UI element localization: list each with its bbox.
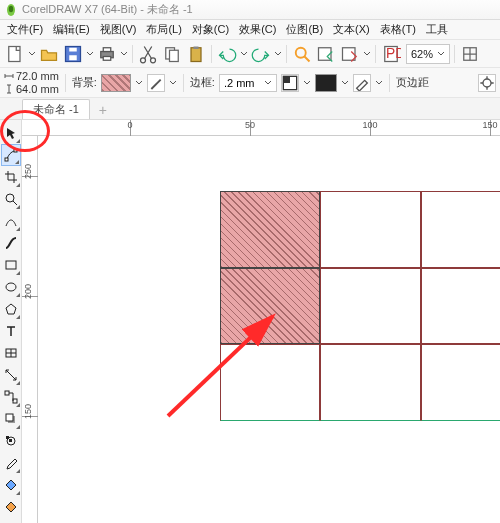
print-dropdown-icon[interactable] — [120, 43, 128, 65]
ruler-tick-label: 100 — [362, 120, 377, 130]
drop-shadow-tool[interactable] — [1, 408, 21, 430]
table-cell-selected[interactable] — [220, 191, 320, 268]
horizontal-ruler[interactable]: 0 50 100 150 — [22, 120, 500, 136]
table-cell[interactable] — [320, 191, 420, 268]
svg-rect-33 — [6, 414, 13, 421]
border-color-dropdown-icon[interactable] — [341, 72, 349, 94]
table-cell-selected[interactable] — [220, 268, 320, 345]
document-tab-strip: 未命名 -1 + — [0, 98, 500, 120]
background-dropdown-icon[interactable] — [135, 72, 143, 94]
zoom-level-combo[interactable]: 62% — [406, 44, 450, 64]
artistic-media-tool[interactable] — [1, 232, 21, 254]
new-document-tab-button[interactable]: + — [94, 101, 112, 119]
object-size: 72.0 mm 64.0 mm — [4, 70, 59, 95]
open-button[interactable] — [38, 43, 60, 65]
menu-edit[interactable]: 编辑(E) — [48, 20, 95, 39]
options-button[interactable] — [478, 74, 496, 92]
table-cell[interactable] — [320, 344, 420, 421]
text-tool[interactable] — [1, 320, 21, 342]
new-button[interactable] — [4, 43, 26, 65]
transparency-tool[interactable] — [1, 430, 21, 452]
crop-tool[interactable] — [1, 166, 21, 188]
zoom-tool[interactable] — [1, 188, 21, 210]
vertical-ruler[interactable]: 250 200 150 — [22, 136, 38, 523]
menu-object[interactable]: 对象(C) — [187, 20, 234, 39]
table-object[interactable] — [220, 191, 500, 421]
menu-view[interactable]: 视图(V) — [95, 20, 142, 39]
undo-button[interactable] — [216, 43, 238, 65]
menu-bitmap[interactable]: 位图(B) — [281, 20, 328, 39]
polygon-tool[interactable] — [1, 298, 21, 320]
border-selection-button[interactable] — [281, 74, 299, 92]
pick-tool[interactable] — [1, 122, 21, 144]
svg-rect-4 — [69, 55, 77, 60]
dimension-tool[interactable] — [1, 364, 21, 386]
table-cell[interactable] — [421, 268, 500, 345]
table-tool[interactable] — [1, 342, 21, 364]
freehand-tool[interactable] — [1, 210, 21, 232]
connector-tool[interactable] — [1, 386, 21, 408]
undo-dropdown-icon[interactable] — [240, 43, 248, 65]
menu-bar: 文件(F) 编辑(E) 视图(V) 布局(L) 对象(C) 效果(C) 位图(B… — [0, 20, 500, 40]
table-cell[interactable] — [421, 191, 500, 268]
snap-button[interactable] — [459, 43, 481, 65]
menu-effect[interactable]: 效果(C) — [234, 20, 281, 39]
rectangle-tool[interactable] — [1, 254, 21, 276]
background-edit-dropdown-icon[interactable] — [169, 72, 177, 94]
toolbar-separator — [132, 45, 133, 63]
ruler-tick-label: 0 — [127, 120, 132, 130]
border-pen-dropdown-icon[interactable] — [375, 72, 383, 94]
import-button[interactable] — [315, 43, 337, 65]
propbar-separator — [389, 74, 390, 92]
export-dropdown-icon[interactable] — [363, 43, 371, 65]
svg-point-1 — [9, 5, 13, 11]
object-height[interactable]: 64.0 mm — [16, 83, 59, 95]
table-cell[interactable] — [320, 268, 420, 345]
svg-point-28 — [6, 283, 16, 291]
menu-text[interactable]: 文本(X) — [328, 20, 375, 39]
copy-button[interactable] — [161, 43, 183, 65]
svg-rect-8 — [103, 56, 111, 60]
border-selection-dropdown-icon[interactable] — [303, 72, 311, 94]
svg-point-23 — [483, 79, 491, 87]
ellipse-tool[interactable] — [1, 276, 21, 298]
ruler-tick-label: 150 — [482, 120, 497, 130]
search-button[interactable] — [291, 43, 313, 65]
menu-file[interactable]: 文件(F) — [2, 20, 48, 39]
drawing-canvas[interactable] — [38, 136, 500, 523]
cut-button[interactable] — [137, 43, 159, 65]
table-cell[interactable] — [421, 344, 500, 421]
new-dropdown-icon[interactable] — [28, 43, 36, 65]
shape-tool[interactable] — [1, 144, 21, 166]
toolbar-separator — [286, 45, 287, 63]
menu-layout[interactable]: 布局(L) — [141, 20, 186, 39]
background-swatch[interactable] — [101, 74, 131, 92]
eyedropper-tool[interactable] — [1, 452, 21, 474]
interactive-fill-tool[interactable] — [1, 474, 21, 496]
save-button[interactable] — [62, 43, 84, 65]
menu-tools[interactable]: 工具 — [421, 20, 453, 39]
border-width-value: .2 mm — [224, 77, 255, 89]
publish-pdf-button[interactable]: PDF — [380, 43, 402, 65]
export-button[interactable] — [339, 43, 361, 65]
redo-button[interactable] — [250, 43, 272, 65]
background-edit-button[interactable] — [147, 74, 165, 92]
page-margin-label: 页边距 — [396, 75, 429, 90]
chevron-down-icon — [264, 77, 272, 89]
border-width-combo[interactable]: .2 mm — [219, 74, 277, 92]
table-cell[interactable] — [220, 344, 320, 421]
object-width[interactable]: 72.0 mm — [16, 70, 59, 82]
border-pen-button[interactable] — [353, 74, 371, 92]
svg-rect-35 — [9, 439, 12, 442]
document-tab[interactable]: 未命名 -1 — [22, 99, 90, 119]
save-dropdown-icon[interactable] — [86, 43, 94, 65]
paste-button[interactable] — [185, 43, 207, 65]
print-button[interactable] — [96, 43, 118, 65]
menu-table[interactable]: 表格(T) — [375, 20, 421, 39]
toolbar-separator — [375, 45, 376, 63]
svg-point-26 — [6, 194, 14, 202]
zoom-value: 62% — [411, 48, 433, 60]
border-color-swatch[interactable] — [315, 74, 337, 92]
smart-fill-tool[interactable] — [1, 496, 21, 518]
redo-dropdown-icon[interactable] — [274, 43, 282, 65]
